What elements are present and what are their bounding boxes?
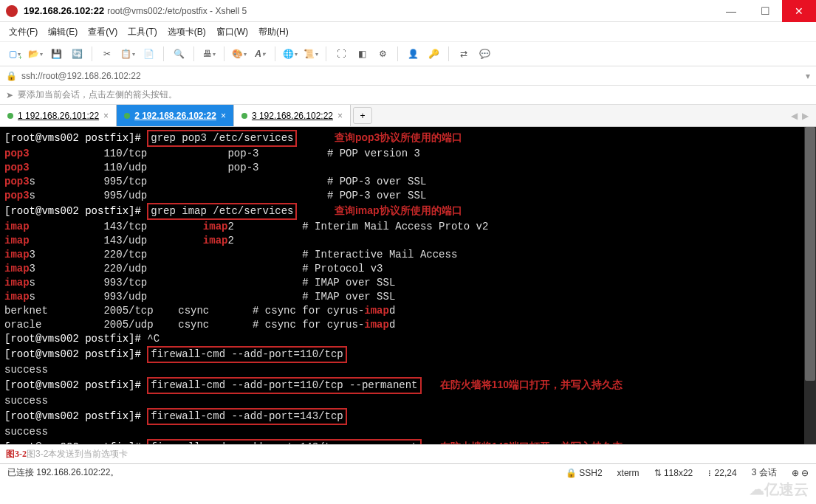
sidebar-icon[interactable]: ◧ xyxy=(353,45,371,63)
tab-label: 1 192.168.26.101:22 xyxy=(18,111,99,121)
separator xyxy=(448,46,449,61)
separator xyxy=(397,46,398,61)
separator xyxy=(163,46,164,61)
statusbar: 已连接 192.168.26.102:22。 🔒 SSH2 xterm ⇅ 11… xyxy=(0,463,816,481)
tab-session-1[interactable]: 1 192.168.26.101:22 × xyxy=(0,105,117,126)
hint-bar: ➤ 要添加当前会话，点击左侧的箭头按钮。 xyxy=(0,86,816,105)
copy-icon[interactable]: 📄 xyxy=(140,45,157,63)
hint-text: 要添加当前会话，点击左侧的箭头按钮。 xyxy=(18,89,177,101)
tab-session-2[interactable]: 2 192.168.26.102:22 × xyxy=(117,105,234,126)
separator xyxy=(92,46,92,61)
compose-placeholder: 图3-2本发送到当前选项卡 xyxy=(27,448,128,460)
tab-label: 3 192.168.26.102:22 xyxy=(252,111,333,121)
menu-view[interactable]: 查看(V) xyxy=(88,26,117,38)
key-icon[interactable]: 🔑 xyxy=(425,45,442,63)
tab-prev-icon[interactable]: ◀ xyxy=(791,111,798,121)
titlebar: 192.168.26.102:22 root@vms002:/etc/postf… xyxy=(0,0,816,22)
disconnect-icon[interactable]: ✂ xyxy=(98,45,116,63)
window-title-ip: 192.168.26.102:22 xyxy=(24,5,104,16)
menu-window[interactable]: 窗口(W) xyxy=(216,26,248,38)
terminal[interactable]: [root@vms002 postfix]# grep pop3 /etc/se… xyxy=(0,127,816,444)
maximize-button[interactable]: ☐ xyxy=(748,0,782,22)
status-dot-icon xyxy=(7,113,13,119)
address-bar: 🔒 ssh://root@192.168.26.102:22 ▾ xyxy=(0,66,816,86)
session-tabs: 1 192.168.26.101:22 × 2 192.168.26.102:2… xyxy=(0,105,816,127)
address-url[interactable]: ssh://root@192.168.26.102:22 xyxy=(21,71,801,81)
tab-close-icon[interactable]: × xyxy=(103,111,109,121)
menu-tabs[interactable]: 选项卡(B) xyxy=(168,26,206,38)
properties-icon[interactable]: 📋▾ xyxy=(119,45,137,63)
status-cursor: ⫶ 22,24 xyxy=(707,468,736,478)
tab-close-icon[interactable]: × xyxy=(337,111,343,121)
status-sessions: 3 会话 xyxy=(752,466,777,479)
new-session-icon[interactable]: ▢+▾ xyxy=(6,45,24,63)
separator xyxy=(193,46,194,61)
compose-bar[interactable]: 图3-2 图3-2本发送到当前选项卡 xyxy=(0,444,816,463)
scrollbar-thumb[interactable] xyxy=(805,127,815,381)
status-protocol: 🔒 SSH2 xyxy=(566,468,603,478)
window-controls: — ☐ ✕ xyxy=(714,0,816,22)
status-dot-icon xyxy=(124,113,130,119)
tab-label: 2 192.168.26.102:22 xyxy=(134,111,216,121)
transfer-icon[interactable]: ⇄ xyxy=(455,45,473,63)
toolbar: ▢+▾ 📂▾ 💾 🔄 ✂ 📋▾ 📄 🔍 🖶▾ 🎨▾ A▾ 🌐▾ 📜▾ ⛶ ◧ ⚙… xyxy=(0,41,816,66)
color-icon[interactable]: 🎨▾ xyxy=(230,45,248,63)
window-title-path: root@vms002:/etc/postfix - Xshell 5 xyxy=(107,6,247,16)
chat-icon[interactable]: 💬 xyxy=(476,45,493,63)
menubar: 文件(F) 编辑(E) 查看(V) 工具(T) 选项卡(B) 窗口(W) 帮助(… xyxy=(0,22,816,41)
open-icon[interactable]: 📂▾ xyxy=(27,45,44,63)
status-termtype: xterm xyxy=(617,468,640,478)
status-connection: 已连接 192.168.26.102:22。 xyxy=(7,466,119,479)
scrollbar[interactable] xyxy=(804,127,816,444)
save-icon[interactable]: 💾 xyxy=(47,45,65,63)
arrow-icon[interactable]: ➤ xyxy=(6,90,13,100)
app-icon xyxy=(6,5,18,17)
chevron-down-icon[interactable]: ▾ xyxy=(806,71,810,81)
tab-next-icon[interactable]: ▶ xyxy=(802,111,809,121)
globe-icon[interactable]: 🌐▾ xyxy=(281,45,299,63)
tab-nav: ◀ ▶ xyxy=(791,105,816,126)
figure-label: 图3-2 xyxy=(6,448,27,460)
menu-help[interactable]: 帮助(H) xyxy=(258,26,289,38)
font-icon[interactable]: A▾ xyxy=(251,45,269,63)
status-dot-icon xyxy=(241,113,247,119)
lock-icon: 🔒 xyxy=(6,71,17,81)
fullscreen-icon[interactable]: ⛶ xyxy=(332,45,350,63)
menu-file[interactable]: 文件(F) xyxy=(9,26,38,38)
reconnect-icon[interactable]: 🔄 xyxy=(68,45,86,63)
search-icon[interactable]: 🔍 xyxy=(170,45,188,63)
status-size: ⇅ 118x22 xyxy=(654,468,693,478)
watermark-logo: ☁亿速云 xyxy=(750,480,809,500)
user-icon[interactable]: 👤 xyxy=(404,45,422,63)
gear-icon[interactable]: ⚙ xyxy=(374,45,391,63)
minimize-button[interactable]: — xyxy=(714,0,748,22)
add-tab-button[interactable]: + xyxy=(353,107,372,124)
separator xyxy=(275,46,275,61)
separator xyxy=(326,46,326,61)
close-button[interactable]: ✕ xyxy=(782,0,816,22)
script-icon[interactable]: 📜▾ xyxy=(302,45,320,63)
tab-close-icon[interactable]: × xyxy=(221,111,226,121)
menu-tools[interactable]: 工具(T) xyxy=(128,26,157,38)
print-icon[interactable]: 🖶▾ xyxy=(200,45,218,63)
tab-session-3[interactable]: 3 192.168.26.102:22 × xyxy=(234,105,351,126)
separator xyxy=(224,46,224,61)
status-zoom[interactable]: ⊕ ⊖ xyxy=(792,468,809,478)
menu-edit[interactable]: 编辑(E) xyxy=(48,26,78,38)
